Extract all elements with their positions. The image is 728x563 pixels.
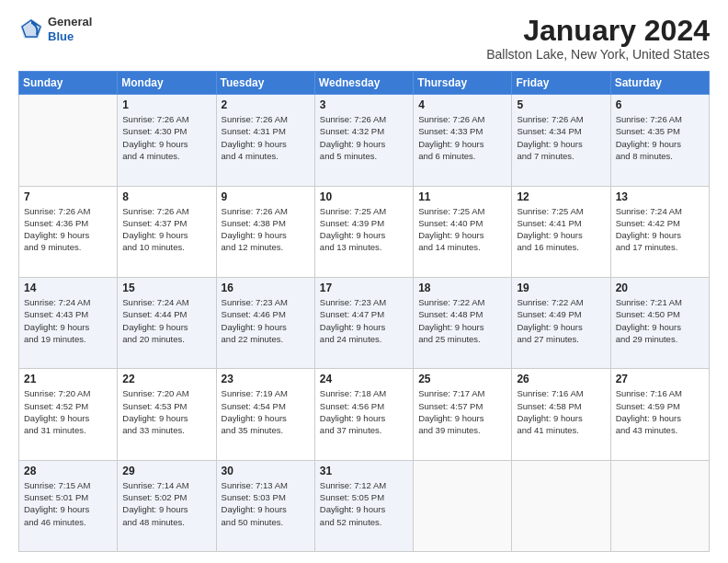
header-sunday: Sunday <box>19 72 118 95</box>
day-number: 5 <box>517 98 605 111</box>
logo-icon <box>18 17 44 42</box>
day-info: Sunrise: 7:17 AM Sunset: 4:57 PM Dayligh… <box>418 387 506 436</box>
table-row: 26Sunrise: 7:16 AM Sunset: 4:58 PM Dayli… <box>512 369 610 460</box>
day-info: Sunrise: 7:25 AM Sunset: 4:41 PM Dayligh… <box>517 205 605 254</box>
table-row: 4Sunrise: 7:26 AM Sunset: 4:33 PM Daylig… <box>414 95 512 186</box>
table-row: 19Sunrise: 7:22 AM Sunset: 4:49 PM Dayli… <box>512 277 610 368</box>
day-number: 18 <box>418 282 506 294</box>
day-number: 3 <box>320 98 408 111</box>
day-info: Sunrise: 7:26 AM Sunset: 4:36 PM Dayligh… <box>24 205 112 254</box>
table-row: 5Sunrise: 7:26 AM Sunset: 4:34 PM Daylig… <box>512 95 610 186</box>
day-info: Sunrise: 7:16 AM Sunset: 4:59 PM Dayligh… <box>616 387 704 436</box>
day-info: Sunrise: 7:26 AM Sunset: 4:33 PM Dayligh… <box>418 113 506 162</box>
day-number: 12 <box>517 190 605 203</box>
day-number: 2 <box>222 98 310 111</box>
day-info: Sunrise: 7:25 AM Sunset: 4:39 PM Dayligh… <box>320 205 408 254</box>
day-number: 19 <box>517 282 605 294</box>
day-number: 10 <box>320 190 408 203</box>
header: General Blue January 2024 Ballston Lake,… <box>18 15 710 62</box>
day-info: Sunrise: 7:23 AM Sunset: 4:47 PM Dayligh… <box>320 296 408 345</box>
day-info: Sunrise: 7:24 AM Sunset: 4:42 PM Dayligh… <box>616 205 704 254</box>
day-number: 6 <box>616 98 704 111</box>
table-row: 25Sunrise: 7:17 AM Sunset: 4:57 PM Dayli… <box>414 369 512 460</box>
day-number: 17 <box>320 282 408 294</box>
table-row <box>610 460 709 551</box>
table-row: 20Sunrise: 7:21 AM Sunset: 4:50 PM Dayli… <box>610 277 709 368</box>
table-row: 23Sunrise: 7:19 AM Sunset: 4:54 PM Dayli… <box>216 369 314 460</box>
header-tuesday: Tuesday <box>216 72 314 95</box>
header-saturday: Saturday <box>610 72 709 95</box>
day-info: Sunrise: 7:19 AM Sunset: 4:54 PM Dayligh… <box>222 387 310 436</box>
calendar-header-row: Sunday Monday Tuesday Wednesday Thursday… <box>19 72 710 95</box>
day-info: Sunrise: 7:24 AM Sunset: 4:43 PM Dayligh… <box>24 296 112 345</box>
calendar-week-row: 14Sunrise: 7:24 AM Sunset: 4:43 PM Dayli… <box>19 277 710 368</box>
day-info: Sunrise: 7:26 AM Sunset: 4:35 PM Dayligh… <box>616 113 704 162</box>
table-row: 22Sunrise: 7:20 AM Sunset: 4:53 PM Dayli… <box>118 369 216 460</box>
day-info: Sunrise: 7:20 AM Sunset: 4:53 PM Dayligh… <box>122 387 210 436</box>
day-info: Sunrise: 7:21 AM Sunset: 4:50 PM Dayligh… <box>616 296 704 345</box>
day-info: Sunrise: 7:16 AM Sunset: 4:58 PM Dayligh… <box>517 387 605 436</box>
page: General Blue January 2024 Ballston Lake,… <box>0 0 728 563</box>
calendar-week-row: 21Sunrise: 7:20 AM Sunset: 4:52 PM Dayli… <box>19 369 710 460</box>
day-info: Sunrise: 7:24 AM Sunset: 4:44 PM Dayligh… <box>122 296 210 345</box>
calendar-week-row: 28Sunrise: 7:15 AM Sunset: 5:01 PM Dayli… <box>19 460 710 551</box>
table-row: 17Sunrise: 7:23 AM Sunset: 4:47 PM Dayli… <box>314 277 413 368</box>
day-number: 15 <box>122 282 210 294</box>
table-row: 14Sunrise: 7:24 AM Sunset: 4:43 PM Dayli… <box>19 277 118 368</box>
table-row: 13Sunrise: 7:24 AM Sunset: 4:42 PM Dayli… <box>610 186 709 277</box>
table-row: 15Sunrise: 7:24 AM Sunset: 4:44 PM Dayli… <box>118 277 216 368</box>
day-number: 1 <box>122 98 210 111</box>
table-row: 1Sunrise: 7:26 AM Sunset: 4:30 PM Daylig… <box>118 95 216 186</box>
table-row: 9Sunrise: 7:26 AM Sunset: 4:38 PM Daylig… <box>216 186 314 277</box>
table-row: 18Sunrise: 7:22 AM Sunset: 4:48 PM Dayli… <box>414 277 512 368</box>
day-info: Sunrise: 7:26 AM Sunset: 4:31 PM Dayligh… <box>222 113 310 162</box>
day-number: 16 <box>222 282 310 294</box>
title-block: January 2024 Ballston Lake, New York, Un… <box>486 15 710 62</box>
day-info: Sunrise: 7:18 AM Sunset: 4:56 PM Dayligh… <box>320 387 408 436</box>
logo-blue: Blue <box>48 29 74 43</box>
day-info: Sunrise: 7:14 AM Sunset: 5:02 PM Dayligh… <box>122 479 210 528</box>
day-info: Sunrise: 7:22 AM Sunset: 4:48 PM Dayligh… <box>418 296 506 345</box>
day-number: 9 <box>222 190 310 203</box>
day-info: Sunrise: 7:12 AM Sunset: 5:05 PM Dayligh… <box>320 479 408 528</box>
day-info: Sunrise: 7:26 AM Sunset: 4:32 PM Dayligh… <box>320 113 408 162</box>
day-info: Sunrise: 7:26 AM Sunset: 4:38 PM Dayligh… <box>222 205 310 254</box>
table-row: 7Sunrise: 7:26 AM Sunset: 4:36 PM Daylig… <box>19 186 118 277</box>
table-row <box>512 460 610 551</box>
table-row: 16Sunrise: 7:23 AM Sunset: 4:46 PM Dayli… <box>216 277 314 368</box>
day-number: 4 <box>418 98 506 111</box>
table-row: 11Sunrise: 7:25 AM Sunset: 4:40 PM Dayli… <box>414 186 512 277</box>
day-number: 30 <box>222 465 310 477</box>
calendar-week-row: 1Sunrise: 7:26 AM Sunset: 4:30 PM Daylig… <box>19 95 710 186</box>
day-number: 26 <box>517 373 605 385</box>
calendar-table: Sunday Monday Tuesday Wednesday Thursday… <box>18 71 710 552</box>
table-row <box>19 95 118 186</box>
day-info: Sunrise: 7:23 AM Sunset: 4:46 PM Dayligh… <box>222 296 310 345</box>
day-number: 11 <box>418 190 506 203</box>
day-number: 8 <box>122 190 210 203</box>
day-number: 21 <box>24 373 112 385</box>
logo: General Blue <box>18 15 92 43</box>
table-row: 29Sunrise: 7:14 AM Sunset: 5:02 PM Dayli… <box>118 460 216 551</box>
table-row: 12Sunrise: 7:25 AM Sunset: 4:41 PM Dayli… <box>512 186 610 277</box>
table-row: 10Sunrise: 7:25 AM Sunset: 4:39 PM Dayli… <box>314 186 413 277</box>
calendar-week-row: 7Sunrise: 7:26 AM Sunset: 4:36 PM Daylig… <box>19 186 710 277</box>
day-number: 31 <box>320 465 408 477</box>
day-info: Sunrise: 7:22 AM Sunset: 4:49 PM Dayligh… <box>517 296 605 345</box>
table-row: 30Sunrise: 7:13 AM Sunset: 5:03 PM Dayli… <box>216 460 314 551</box>
location: Ballston Lake, New York, United States <box>486 47 710 62</box>
day-info: Sunrise: 7:20 AM Sunset: 4:52 PM Dayligh… <box>24 387 112 436</box>
table-row: 28Sunrise: 7:15 AM Sunset: 5:01 PM Dayli… <box>19 460 118 551</box>
header-thursday: Thursday <box>414 72 512 95</box>
day-info: Sunrise: 7:26 AM Sunset: 4:37 PM Dayligh… <box>122 205 210 254</box>
day-number: 29 <box>122 465 210 477</box>
day-number: 27 <box>616 373 704 385</box>
day-number: 13 <box>616 190 704 203</box>
day-number: 28 <box>24 465 112 477</box>
month-year: January 2024 <box>486 15 710 47</box>
day-info: Sunrise: 7:26 AM Sunset: 4:34 PM Dayligh… <box>517 113 605 162</box>
table-row: 31Sunrise: 7:12 AM Sunset: 5:05 PM Dayli… <box>314 460 413 551</box>
day-number: 14 <box>24 282 112 294</box>
logo-general: General <box>48 15 92 29</box>
day-info: Sunrise: 7:26 AM Sunset: 4:30 PM Dayligh… <box>122 113 210 162</box>
